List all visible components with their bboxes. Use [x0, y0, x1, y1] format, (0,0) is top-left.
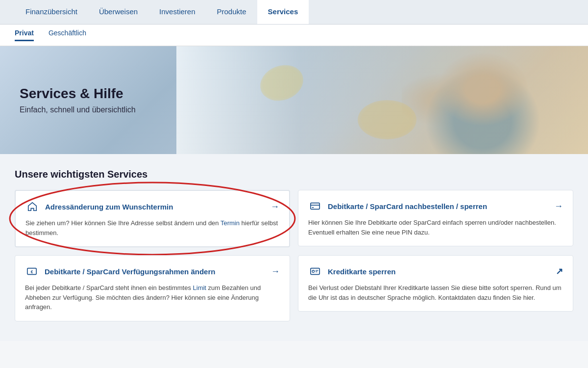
card-header-debit-order: Debitkarte / SparCard nachbestellen / sp… [308, 199, 563, 213]
card-address-change[interactable]: Adressänderung zum Wunschtermin → Sie zi… [15, 190, 290, 247]
card-wrapper-limit: € Debitkarte / SparCard Verfügungsrahmen… [15, 255, 290, 321]
card-text-credit: Bei Verlust oder Diebstahl Ihrer Kreditk… [308, 283, 563, 302]
card-link-termin[interactable]: Termin [220, 219, 240, 227]
card-link-limit[interactable]: Limit [193, 284, 206, 291]
card-text-address: Sie ziehen um? Hier können Sie Ihre Adre… [25, 218, 279, 237]
card-credit-card-block[interactable]: Kreditkarte sperren ↗ Bei Verlust oder D… [298, 255, 573, 312]
second-navigation: Privat Geschäftlich [0, 25, 588, 46]
hero-subtitle: Einfach, schnell und übersichtlich [20, 105, 136, 114]
card-arrow-address: → [270, 202, 279, 212]
nav-item-investieren[interactable]: Investieren [148, 0, 206, 24]
card-wrapper-debit-order: Debitkarte / SparCard nachbestellen / sp… [298, 190, 573, 247]
hero-text-block: Services & Hilfe Einfach, schnell und üb… [0, 71, 155, 129]
id-card-icon [308, 264, 322, 278]
second-nav-geschaeftlich[interactable]: Geschäftlich [49, 29, 86, 41]
card-debit-limit[interactable]: € Debitkarte / SparCard Verfügungsrahmen… [15, 255, 290, 321]
nav-item-ueberweisen[interactable]: Überweisen [88, 0, 148, 24]
top-navigation: Finanzübersicht Überweisen Investieren P… [0, 0, 588, 25]
card-debit-card-order[interactable]: Debitkarte / SparCard nachbestellen / sp… [298, 190, 573, 246]
card-title-address: Adressänderung zum Wunschtermin [45, 203, 267, 211]
hero-banner: Services & Hilfe Einfach, schnell und üb… [0, 46, 588, 154]
card-arrow-credit: ↗ [556, 266, 563, 277]
card-header-credit: Kreditkarte sperren ↗ [308, 264, 563, 278]
nav-item-produkte[interactable]: Produkte [206, 0, 257, 24]
card-arrow-debit-order: → [554, 201, 563, 211]
card-wrapper-credit: Kreditkarte sperren ↗ Bei Verlust oder D… [298, 255, 573, 321]
hero-background [176, 46, 588, 154]
card-icon-debit [308, 199, 322, 213]
card-text-debit-order: Hier können Sie Ihre Debitkarte oder Spa… [308, 218, 563, 237]
card-header-limit: € Debitkarte / SparCard Verfügungsrahmen… [25, 264, 280, 278]
second-nav-privat[interactable]: Privat [15, 29, 34, 41]
euro-icon: € [25, 264, 39, 278]
svg-rect-1 [311, 203, 319, 210]
section-title: Unsere wichtigsten Services [15, 169, 573, 180]
hero-title: Services & Hilfe [20, 86, 136, 102]
nav-item-finanzuebersicht[interactable]: Finanzübersicht [15, 0, 88, 24]
card-arrow-limit: → [271, 266, 280, 277]
card-title-limit: Debitkarte / SparCard Verfügungsrahmen ä… [45, 267, 267, 276]
card-title-credit: Kreditkarte sperren [328, 267, 552, 276]
nav-item-services[interactable]: Services [257, 0, 309, 24]
card-text-limit: Bei jeder Debitkarte / SparCard steht ih… [25, 283, 280, 312]
card-wrapper-address: Adressänderung zum Wunschtermin → Sie zi… [15, 190, 290, 247]
main-content: Unsere wichtigsten Services Adressänderu… [0, 154, 588, 341]
home-icon [25, 200, 39, 213]
svg-point-7 [312, 270, 315, 273]
svg-text:€: € [31, 270, 33, 274]
services-cards-grid: Adressänderung zum Wunschtermin → Sie zi… [15, 190, 573, 321]
card-title-debit-order: Debitkarte / SparCard nachbestellen / sp… [328, 202, 550, 210]
card-header-address: Adressänderung zum Wunschtermin → [25, 200, 279, 213]
